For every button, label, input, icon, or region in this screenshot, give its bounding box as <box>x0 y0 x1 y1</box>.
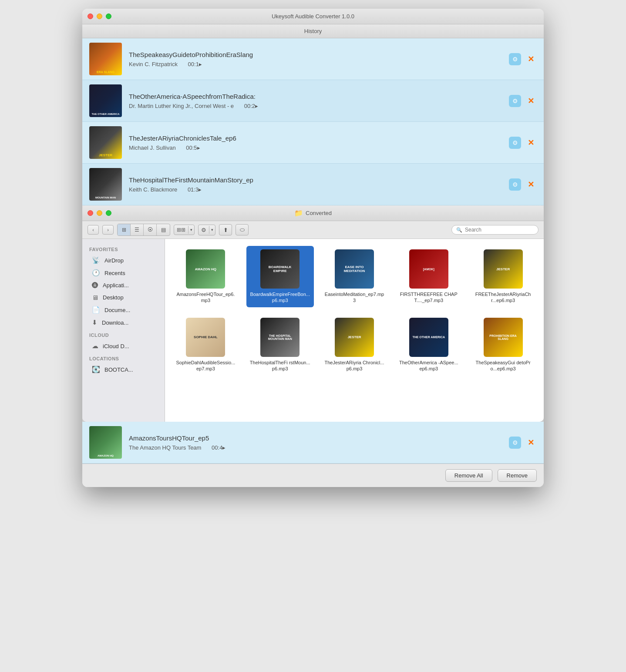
sidebar-item-icloud-drive[interactable]: ☁ iCloud D... <box>85 340 162 352</box>
sidebar-item-label: Applicati... <box>103 282 129 289</box>
file-item[interactable]: THE HOSPITAL MOUNTAIN MAN TheHospitalThe… <box>246 314 314 376</box>
file-thumbnail: SOPHIE DAHL <box>186 318 225 357</box>
sidebar-item-label: Downloa... <box>102 319 128 326</box>
remove-button[interactable]: Remove <box>498 469 537 482</box>
file-item[interactable]: EASE INTO MEDITATION EaseintoMeditation_… <box>321 246 388 307</box>
history-item-meta: Michael J. Sullivan 00:5▸ <box>129 144 509 151</box>
sidebar-item-downloads[interactable]: ⬇ Downloa... <box>85 316 162 329</box>
file-thumbnail: AMAZON HQ <box>186 249 225 289</box>
history-item-title: TheOtherAmerica-ASpeechfromTheRadica: <box>129 93 509 100</box>
finder-minimize-button[interactable] <box>97 210 102 216</box>
view-buttons: ⊞ ☰ ⦿ ▤ <box>117 224 170 236</box>
history-info: TheSpeakeasyGuidetoProhibitionEraSlang K… <box>129 51 509 67</box>
sidebar-item-recents[interactable]: 🕐 Recents <box>85 267 162 279</box>
action-settings-arrow[interactable]: ▾ <box>209 226 215 234</box>
minimize-button[interactable] <box>97 13 102 19</box>
file-thumbnail: PROHIBITION ERA SLANG <box>484 318 523 357</box>
sidebar-item-desktop[interactable]: 🖥 Desktop <box>85 292 162 303</box>
history-thumb-other-america <box>89 84 122 117</box>
window-title: Ukeysoft Audible Converter 1.0.0 <box>272 13 354 20</box>
remove-all-button[interactable]: Remove All <box>445 469 492 482</box>
history-thumb-jester <box>89 126 122 159</box>
file-item[interactable]: JESTER TheJesterARiyria Chronicl...p6.mp… <box>321 314 388 376</box>
column-view-button[interactable]: ⦿ <box>144 224 157 235</box>
file-item[interactable]: AMAZON HQ AmazonsFreeHQTour_ep6.mp3 <box>172 246 239 307</box>
gallery-view-button[interactable]: ▤ <box>157 224 170 235</box>
list-view-button[interactable]: ☰ <box>131 224 144 235</box>
remove-item-button[interactable]: ✕ <box>525 95 537 107</box>
file-name: FIRSTTHREEFREE CHAPT...._ep7.mp3 <box>398 291 459 304</box>
settings-button[interactable]: ⚙ <box>509 95 521 107</box>
traffic-lights <box>88 13 111 19</box>
applications-icon: 🅐 <box>92 282 98 289</box>
desktop-icon: 🖥 <box>92 294 98 301</box>
sidebar-item-airdrop[interactable]: 📡 AirDrop <box>85 254 162 266</box>
favorites-label: Favorites <box>82 243 165 254</box>
file-item-selected[interactable]: BOARDWALK EMPIRE BoardwalkEmpireFreeBon.… <box>246 246 314 307</box>
sidebar-item-label: Recents <box>104 270 125 276</box>
share-button[interactable]: ⬆ <box>219 224 232 235</box>
file-item[interactable]: PROHIBITION ERA SLANG TheSpeakeasyGui de… <box>469 314 537 376</box>
file-thumbnail: BOARDWALK EMPIRE <box>260 249 300 289</box>
history-panel: TheSpeakeasyGuidetoProhibitionEraSlang K… <box>82 38 544 205</box>
back-button[interactable]: ‹ <box>88 225 99 235</box>
remove-item-button[interactable]: ✕ <box>525 178 537 191</box>
file-item[interactable]: THE OTHER AMERICA TheOtherAmerica -ASpee… <box>395 314 462 376</box>
file-name: FREETheJesterARiyriaChr...ep6.mp3 <box>473 291 533 304</box>
history-thumb-hospital <box>89 168 122 201</box>
sidebar-item-applications[interactable]: 🅐 Applicati... <box>85 279 162 291</box>
icloud-label: iCloud <box>82 329 165 339</box>
remove-item-button[interactable]: ✕ <box>525 437 537 449</box>
file-thumbnail: JESTER <box>335 318 374 357</box>
search-box: 🔍 <box>451 225 538 235</box>
file-item[interactable]: SOPHIE DAHL SophieDahlAudibleSessio...ep… <box>172 314 239 376</box>
history-item-actions: ⚙ ✕ <box>509 137 537 149</box>
sidebar-item-label: BOOTCA... <box>104 366 133 373</box>
history-item-meta: The Amazon HQ Tours Team 00:4▸ <box>129 444 509 451</box>
finder-close-button[interactable] <box>88 210 93 216</box>
remove-item-button[interactable]: ✕ <box>525 137 537 149</box>
airdrop-icon: 📡 <box>92 256 100 264</box>
close-button[interactable] <box>88 13 93 19</box>
history-item-actions: ⚙ ✕ <box>509 178 537 191</box>
history-panel-bottom: AmazonsToursHQTour_ep5 The Amazon HQ Tou… <box>82 422 544 464</box>
file-name: TheOtherAmerica -ASpee...ep6.mp3 <box>398 360 459 372</box>
settings-button[interactable]: ⚙ <box>509 53 521 65</box>
maximize-button[interactable] <box>106 13 111 19</box>
history-title-bar: History <box>82 24 544 38</box>
history-title: History <box>304 28 322 34</box>
file-thumbnail: JESTER <box>484 249 523 289</box>
settings-button[interactable]: ⚙ <box>509 437 521 449</box>
action-settings-button[interactable]: ⚙ <box>199 225 209 235</box>
history-info: TheHospitalTheFirstMountainManStory_ep K… <box>129 176 509 193</box>
grid-view-button[interactable]: ⊞⊞ <box>174 225 188 235</box>
history-item-actions: ⚙ ✕ <box>509 95 537 107</box>
file-item[interactable]: [AMOK] FIRSTTHREEFREE CHAPT...._ep7.mp3 <box>395 246 462 307</box>
finder-title-bar: 📁 Converted <box>82 205 544 221</box>
history-item-meta: Kevin C. Fitzpatrick 00:1▸ <box>129 61 509 67</box>
sidebar-item-label: iCloud D... <box>103 343 129 349</box>
remove-item-button[interactable]: ✕ <box>525 53 537 65</box>
icon-view-button[interactable]: ⊞ <box>118 224 131 235</box>
forward-button[interactable]: › <box>102 225 114 235</box>
sidebar-item-bootcamp[interactable]: 💽 BOOTCA... <box>85 363 162 376</box>
history-info: AmazonsToursHQTour_ep5 The Amazon HQ Tou… <box>129 434 509 451</box>
grid-view-dropdown: ⊞⊞ ▾ <box>174 225 195 235</box>
settings-button[interactable]: ⚙ <box>509 137 521 149</box>
file-name: EaseintoMeditation_ep7.mp3 <box>324 291 385 304</box>
grid-view-arrow[interactable]: ▾ <box>188 226 194 234</box>
file-name: AmazonsFreeHQTour_ep6.mp3 <box>175 291 236 304</box>
settings-button[interactable]: ⚙ <box>509 178 521 191</box>
recents-icon: 🕐 <box>92 269 100 277</box>
tag-button[interactable]: ⬭ <box>236 224 249 235</box>
file-item[interactable]: JESTER FREETheJesterARiyriaChr...ep6.mp3 <box>469 246 537 307</box>
search-input[interactable] <box>465 227 534 233</box>
history-info: TheJesterARiyriaChroniclesTale_ep6 Micha… <box>129 134 509 151</box>
sidebar-item-label: Docume... <box>104 307 130 313</box>
file-thumbnail: THE OTHER AMERICA <box>409 318 448 357</box>
sidebar-item-label: AirDrop <box>104 257 124 264</box>
sidebar-item-documents[interactable]: 📄 Docume... <box>85 304 162 316</box>
history-item-actions: ⚙ ✕ <box>509 53 537 65</box>
finder-maximize-button[interactable] <box>106 210 111 216</box>
folder-icon: 📁 <box>294 209 303 217</box>
